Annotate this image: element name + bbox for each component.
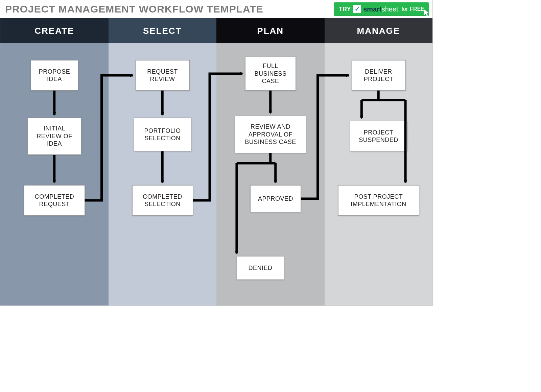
box-full-business-case: FULL BUSINESS CASE [245, 57, 296, 91]
column-header-select: SELECT [109, 18, 217, 43]
column-header-plan: PLAN [216, 18, 325, 43]
box-initial-review: INITIAL REVIEW OF IDEA [27, 118, 81, 155]
column-header-manage: MANAGE [325, 18, 433, 43]
column-header-create: CREATE [0, 18, 109, 43]
column-select: SELECT REQUEST REVIEW PORTFOLIO SELECTIO… [109, 18, 217, 305]
workflow-grid: CREATE PROPOSE IDEA INITIAL REVIEW OF ID… [0, 18, 432, 305]
cta-for: for [402, 6, 408, 12]
try-smartsheet-button[interactable]: TRY ✓ smartsheet for FREE [334, 2, 429, 16]
column-body-create: PROPOSE IDEA INITIAL REVIEW OF IDEA COMP… [0, 43, 109, 305]
column-manage: MANAGE DELIVER PROJECT PROJECT SUSPENDED… [325, 18, 433, 305]
box-approved: APPROVED [250, 185, 301, 212]
page-title: PROJECT MANAGEMENT WORKFLOW TEMPLATE [5, 3, 263, 15]
workflow-template: PROJECT MANAGEMENT WORKFLOW TEMPLATE TRY… [0, 0, 433, 306]
box-completed-request: COMPLETED REQUEST [24, 185, 85, 216]
box-completed-selection: COMPLETED SELECTION [132, 185, 193, 216]
column-create: CREATE PROPOSE IDEA INITIAL REVIEW OF ID… [0, 18, 109, 305]
box-propose-idea: PROPOSE IDEA [31, 60, 78, 91]
box-request-review: REQUEST REVIEW [136, 60, 190, 91]
column-plan: PLAN FULL BUSINESS CASE REVIEW AND APPRO… [216, 18, 325, 305]
top-bar: PROJECT MANAGEMENT WORKFLOW TEMPLATE TRY… [0, 0, 432, 18]
box-project-suspended: PROJECT SUSPENDED [350, 121, 407, 151]
cursor-icon [422, 8, 431, 18]
box-denied: DENIED [237, 256, 284, 280]
box-post-project-impl: POST PROJECT IMPLEMENTATION [338, 185, 419, 216]
box-review-approval: REVIEW AND APPROVAL OF BUSINESS CASE [235, 116, 306, 153]
column-body-manage: DELIVER PROJECT PROJECT SUSPENDED POST P… [325, 43, 433, 305]
check-icon: ✓ [353, 5, 361, 13]
column-body-select: REQUEST REVIEW PORTFOLIO SELECTION COMPL… [109, 43, 217, 305]
box-portfolio-selection: PORTFOLIO SELECTION [134, 118, 191, 151]
cta-try: TRY [338, 6, 351, 13]
cta-brand: smartsheet [363, 5, 398, 13]
box-deliver-project: DELIVER PROJECT [352, 60, 406, 91]
column-body-plan: FULL BUSINESS CASE REVIEW AND APPROVAL O… [216, 43, 325, 305]
